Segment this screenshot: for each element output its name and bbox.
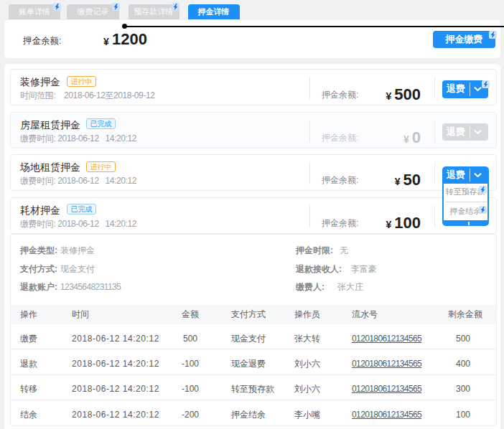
table-row: 结余 2018-06-12 14:20:12 -200 押金结余 李小嘴 012… [11, 400, 496, 425]
info-value: 12345648231135 [60, 283, 121, 292]
col-header-time: 时间 [72, 305, 89, 324]
status-badge: 已完成 [86, 118, 116, 129]
serial-link[interactable]: 0120180612134565 [352, 326, 421, 352]
cell-time: 2018-06-12 14:20:12 [72, 352, 159, 377]
lightning-flag-icon [172, 3, 179, 11]
chevron-down-icon[interactable] [474, 87, 482, 92]
card-meta: 缴费时间: 2018-06-12 14:20:12 [20, 134, 136, 143]
cell-remaining: 100 [456, 402, 470, 428]
info-value: 张大庄 [337, 283, 363, 292]
cell-time: 2018-06-12 14:20:12 [72, 326, 159, 352]
col-header-pay-method: 支付方式 [231, 305, 266, 324]
cell-operator: 张大转 [294, 326, 320, 352]
card-meta: 缴费时间: 2018-06-12 14:20:12 [20, 220, 136, 229]
table-row: 退款 2018-06-12 14:20:12 -100 现金退费 刘小六 012… [11, 349, 496, 374]
lightning-flag-icon [482, 80, 490, 88]
cell-amount: -200 [165, 402, 215, 428]
chevron-down-icon[interactable] [474, 173, 482, 178]
col-header-remaining: 剩余金额 [439, 305, 491, 324]
divider [434, 77, 435, 99]
divider [309, 120, 310, 142]
refund-button-label[interactable]: 退费 [442, 166, 470, 184]
deposit-card-venue-rental: 场地租赁押金 进行中 缴费时间: 2018-06-12 14:20:12 押金余… [10, 154, 497, 191]
cell-remaining: 400 [456, 352, 470, 377]
button-divider [470, 126, 470, 139]
serial-link[interactable]: 0120180612134565 [352, 352, 421, 377]
serial-link[interactable]: 0120180612134565 [352, 377, 421, 402]
card-amount: ¥50 [395, 171, 421, 189]
divider [309, 205, 310, 227]
divider [434, 162, 435, 184]
card-meta: 时间范围: 2018-06-12至2018-09-12 [20, 91, 154, 100]
info-label: 退款账户: [20, 283, 57, 292]
divider [309, 77, 310, 99]
cell-operation: 缴费 [20, 326, 37, 352]
balance-amount: 1200 [112, 30, 147, 49]
divider [434, 120, 435, 142]
cell-remaining: 500 [456, 326, 470, 352]
deposit-card-house-rental: 房屋租赁押金 已完成 缴费时间: 2018-06-12 14:20:12 押金余… [10, 112, 497, 148]
deposit-pay-button[interactable]: 押金缴费 [433, 31, 495, 48]
cell-operation: 退款 [20, 352, 37, 377]
divider [309, 162, 310, 184]
cell-operation: 结余 [20, 402, 37, 428]
serial-link[interactable]: 0120180612134565 [352, 402, 421, 428]
card-balance-label: 押金余额: [322, 90, 358, 100]
info-label: 支付方式: [20, 265, 57, 274]
refund-button-label: 退费 [442, 123, 470, 141]
lightning-flag-icon [112, 3, 120, 11]
deposit-card-renovation: 装修押金 进行中 时间范围: 2018-06-12至2018-09-12 押金余… [10, 69, 497, 105]
info-label: 押金时限: [296, 246, 333, 255]
table-row: 转移 2018-06-12 14:20:12 -100 转至预存款 刘小六 01… [11, 375, 496, 400]
deposit-detail-box: 押金类型: 装修押金 押金时限: 无 支付方式: 现金支付 退款接收人: 李富豪… [10, 234, 497, 426]
card-balance-label: 押金余额: [322, 219, 358, 228]
info-label: 押金类型: [20, 246, 57, 255]
cell-operation: 转移 [20, 377, 37, 402]
cell-operator: 刘小六 [294, 352, 320, 377]
info-value: 现金支付 [60, 265, 95, 274]
card-title: 场地租赁押金 [20, 161, 80, 173]
lightning-flag-icon [479, 206, 487, 214]
divider [434, 205, 435, 227]
cell-amount: -100 [165, 352, 215, 377]
lightning-flag-icon [53, 3, 61, 11]
col-header-serial: 流水号 [352, 305, 378, 324]
col-header-operation: 操作 [20, 305, 37, 324]
col-header-amount: 金额 [165, 305, 215, 324]
menu-divider [446, 202, 487, 202]
balance-label: 押金余额: [23, 35, 61, 47]
button-divider [470, 82, 470, 96]
col-header-operator: 操作员 [294, 305, 320, 324]
table-row: 缴费 2018-06-12 14:20:12 500 现金支付 张大转 0120… [11, 324, 496, 349]
card-amount: ¥0 [403, 128, 421, 147]
annotation-line [124, 26, 504, 27]
lightning-flag-icon [489, 31, 497, 39]
status-badge: 进行中 [86, 161, 116, 172]
lightning-flag-icon [479, 186, 487, 194]
refund-split-button-disabled: 退费 [442, 123, 488, 141]
card-balance-label: 押金余额: [322, 133, 358, 143]
table-header: 操作 时间 金额 支付方式 操作员 流水号 剩余金额 [11, 305, 496, 324]
card-balance-label: 押金余额: [322, 176, 358, 185]
cell-pay-method: 现金支付 [231, 326, 266, 352]
cell-remaining: 300 [456, 377, 470, 402]
refund-button-label[interactable]: 退费 [442, 80, 470, 98]
dropdown-tick [468, 222, 470, 225]
cell-amount: 500 [165, 326, 215, 352]
cell-pay-method: 押金结余 [231, 402, 266, 428]
status-badge: 进行中 [67, 76, 96, 87]
tab-deposit-details[interactable]: 押金详情 [188, 4, 240, 19]
card-title: 装修押金 [20, 76, 60, 88]
status-badge: 已完成 [67, 204, 96, 214]
info-label: 缴费人: [296, 283, 325, 292]
chevron-down-icon [474, 130, 482, 135]
cell-time: 2018-06-12 14:20:12 [72, 377, 159, 402]
refund-dropdown-open: 退费 转至预存款 押金结余 [442, 166, 489, 227]
info-value: 李富豪 [351, 265, 377, 274]
info-value: 装修押金 [60, 246, 95, 255]
info-label: 退款接收人: [296, 265, 342, 274]
cell-pay-method: 现金退费 [231, 352, 266, 377]
card-amount: ¥100 [386, 214, 421, 232]
cell-operator: 刘小六 [294, 377, 320, 402]
card-meta: 缴费时间: 2018-06-12 14:20:12 [20, 176, 136, 186]
